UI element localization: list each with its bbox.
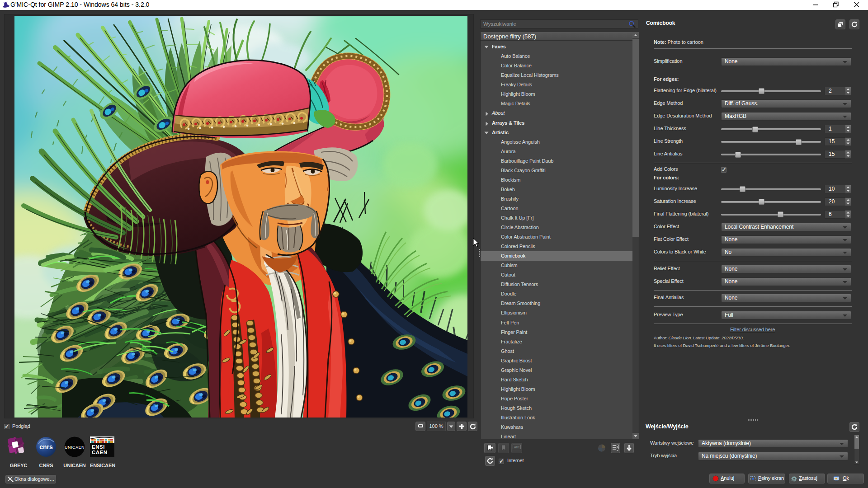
svg-text:CAEN: CAEN [92,450,108,455]
svg-text:ENSI: ENSI [92,444,105,450]
svg-text:cnrs: cnrs [39,443,53,450]
svg-text:UNICAEN: UNICAEN [65,445,85,450]
